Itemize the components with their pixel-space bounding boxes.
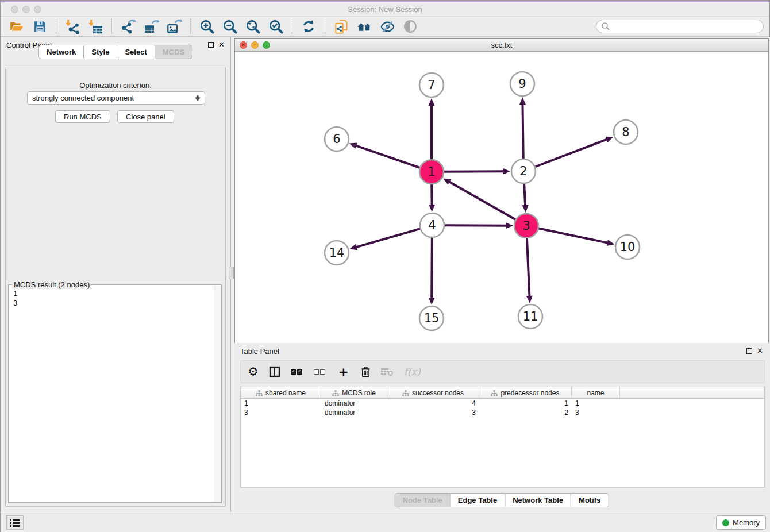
tab-mcds[interactable]: MCDS [155, 45, 192, 59]
table-tabs: Node Table Edge Table Network Table Moti… [395, 493, 609, 507]
task-history-button[interactable] [6, 515, 24, 530]
function-builder-icon: f(x) [404, 364, 421, 379]
tab-style[interactable]: Style [84, 45, 117, 59]
show-graphics-icon[interactable] [401, 18, 420, 35]
duplicate-network-icon[interactable] [332, 18, 351, 35]
close-panel-icon[interactable]: ✕ [218, 42, 225, 48]
table-row[interactable]: 3dominator323 [241, 408, 764, 417]
tab-node-table[interactable]: Node Table [395, 493, 451, 507]
column-header-name[interactable]: name [572, 387, 620, 399]
column-header-label: predecessor nodes [500, 389, 559, 397]
graph-node-label: 3 [522, 219, 530, 233]
toolbar-separator [56, 19, 56, 34]
save-session-icon[interactable] [30, 18, 49, 35]
zoom-fit-icon[interactable] [243, 18, 263, 35]
graph-edge-arrowhead [607, 240, 615, 246]
optimization-criterion-select[interactable]: strongly connected component [27, 91, 205, 105]
search-input[interactable] [610, 21, 763, 32]
network-canvas[interactable]: 7968124314101511 [235, 52, 768, 376]
control-panel: Control Panel ✕ Network Style Select MCD… [1, 37, 230, 512]
first-neighbors-icon[interactable] [355, 18, 374, 35]
graph-edge-arrowhead [526, 296, 533, 303]
column-header-label: name [587, 389, 604, 397]
mcds-result-text[interactable]: 1 3 [13, 288, 17, 308]
search-field[interactable] [596, 20, 764, 33]
unselect-all-columns-icon[interactable] [314, 364, 326, 379]
table-cell[interactable]: 4 [387, 399, 479, 408]
graph-edge-3-1[interactable] [448, 181, 516, 220]
open-file-icon[interactable] [7, 18, 26, 35]
table-cell[interactable]: 3 [572, 408, 620, 417]
table-settings-gear-icon[interactable]: ⚙ [248, 364, 259, 379]
result-scrollbar[interactable] [214, 286, 221, 502]
graph-edge-1-6[interactable] [354, 145, 420, 168]
table-cell[interactable]: 3 [241, 408, 321, 417]
float-panel-icon[interactable] [208, 42, 214, 48]
graph-edge-arrowhead [519, 97, 526, 105]
control-panel-tabs: Network Style Select MCDS [38, 45, 192, 59]
graph-edge-arrowhead [429, 205, 435, 212]
close-panel-button[interactable]: Close panel [117, 110, 174, 123]
graph-edge-2-9[interactable] [522, 102, 523, 159]
delete-columns-icon[interactable] [361, 364, 371, 379]
column-header-label: MCDS role [342, 389, 376, 397]
tab-edge-table[interactable]: Edge Table [451, 493, 505, 507]
graph-edge-4-3[interactable] [444, 225, 508, 226]
graph-edge-4-14[interactable] [355, 229, 421, 248]
table-row[interactable]: 1dominator411 [241, 399, 764, 408]
close-panel-icon[interactable]: ✕ [757, 348, 763, 354]
table-cell[interactable]: 3 [387, 408, 479, 417]
memory-button[interactable]: Memory [716, 515, 766, 530]
vertical-splitter[interactable] [230, 37, 234, 512]
table-panel: Table Panel ✕ ⚙ ＋ [234, 343, 769, 512]
create-column-icon[interactable]: ＋ [337, 364, 351, 379]
mcds-panel: Optimization criterion: strongly connect… [5, 67, 226, 507]
column-header-shared-name[interactable]: shared name [241, 387, 321, 399]
float-panel-icon[interactable] [746, 348, 752, 354]
graph-edge-3-10[interactable] [538, 228, 610, 243]
select-all-columns-icon[interactable] [291, 364, 303, 379]
network-window-title: scc.txt [235, 41, 768, 49]
memory-label: Memory [733, 518, 760, 527]
column-header-predecessor-nodes[interactable]: predecessor nodes [479, 387, 572, 399]
hide-graphics-icon[interactable] [378, 18, 397, 35]
column-header-MCDS-role[interactable]: MCDS role [321, 387, 387, 399]
run-mcds-button[interactable]: Run MCDS [55, 110, 110, 123]
table-cell[interactable]: dominator [321, 399, 387, 408]
splitter-handle[interactable] [229, 267, 234, 279]
graph-edge-1-2[interactable] [444, 171, 505, 172]
export-table-icon[interactable] [141, 18, 161, 35]
table-cell[interactable]: 1 [241, 399, 321, 408]
tab-network[interactable]: Network [38, 45, 84, 59]
table-cell[interactable]: 1 [572, 399, 620, 408]
export-image-icon[interactable] [164, 18, 184, 35]
graph-edge-3-11[interactable] [527, 238, 530, 298]
network-window-titlebar: ✕ − scc.txt [235, 39, 768, 52]
table-cell[interactable]: dominator [321, 408, 387, 417]
window-titlebar: Session: New Session [1, 2, 769, 17]
table-cell[interactable]: 1 [479, 399, 572, 408]
table-panel-title: Table Panel [240, 347, 279, 356]
table-cell[interactable]: 2 [479, 408, 572, 417]
column-header-label: successor nodes [412, 389, 464, 397]
tab-network-table[interactable]: Network Table [505, 493, 571, 507]
graph-edge-4-15[interactable] [432, 237, 432, 300]
network-view-window: ✕ − scc.txt 7968124314101511 [234, 38, 769, 377]
tab-select[interactable]: Select [117, 45, 155, 59]
zoom-selected-icon[interactable] [266, 18, 286, 35]
list-icon [10, 519, 20, 527]
network-graph: 7968124314101511 [235, 52, 768, 376]
application-window: Session: New Session [0, 0, 770, 532]
zoom-out-icon[interactable] [220, 18, 240, 35]
toolbar-separator [111, 19, 112, 34]
export-network-icon[interactable] [118, 18, 138, 35]
column-header-successor-nodes[interactable]: successor nodes [387, 387, 479, 399]
zoom-in-icon[interactable] [197, 18, 217, 35]
apply-layout-icon[interactable] [299, 18, 318, 35]
import-network-icon[interactable] [63, 18, 82, 35]
tab-motifs[interactable]: Motifs [571, 493, 609, 507]
show-columns-icon[interactable] [269, 364, 280, 379]
import-table-icon[interactable] [86, 18, 105, 35]
graph-edge-2-8[interactable] [535, 138, 609, 167]
graph-edge-2-3[interactable] [524, 183, 525, 207]
